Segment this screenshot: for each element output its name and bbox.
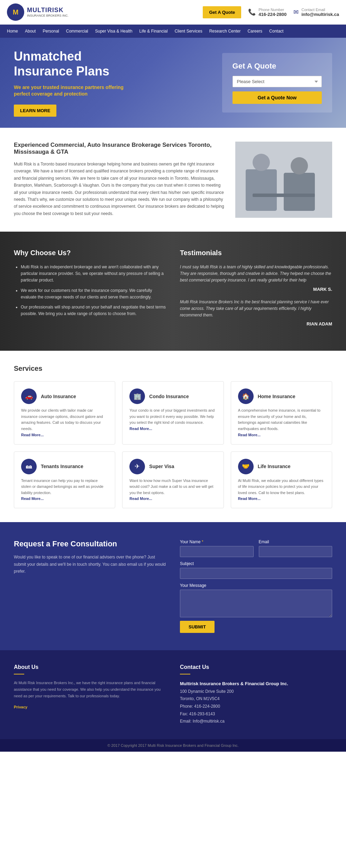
name-group: Your Name * <box>180 539 254 557</box>
message-textarea[interactable] <box>180 590 332 617</box>
phone-label: Phone Number <box>258 8 286 12</box>
service-card: 🚗 Auto Insurance We provide our clients … <box>14 381 115 444</box>
consultation-form: Your Name * Email Subject Your Message S… <box>180 539 332 633</box>
about-title: Experienced Commercial, Auto Insurance B… <box>14 142 225 155</box>
service-read-more-link[interactable]: Read More... <box>21 433 44 437</box>
service-icon: 🏢 <box>129 388 145 404</box>
service-desc: Tenant insurance can help you pay to rep… <box>21 478 108 496</box>
logo-name: MULTIRISK <box>27 7 69 14</box>
testimonial-item: I must say Multi Risk is a team of highl… <box>180 264 332 292</box>
quote-select[interactable]: Please SelectAuto InsuranceHome Insuranc… <box>233 76 322 87</box>
service-card: 🏢 Condo Insurance Your condo is one of y… <box>122 381 224 444</box>
nav-item-life-&-financial[interactable]: Life & Financial <box>136 25 171 38</box>
service-read-more-link[interactable]: Read More... <box>129 496 152 501</box>
nav-item-research-center[interactable]: Research Center <box>206 25 244 38</box>
service-title: Condo Insurance <box>149 394 189 399</box>
phone-number: 416-224-2800 <box>258 12 286 17</box>
nav-item-commercial[interactable]: Commercial <box>63 25 92 38</box>
email-icon: ✉ <box>293 8 299 16</box>
about-body: Multi Risk is a Toronto based insurance … <box>14 161 225 217</box>
service-title: Super Visa <box>149 464 174 469</box>
svg-rect-3 <box>284 173 315 211</box>
nav-item-personal[interactable]: Personal <box>39 25 62 38</box>
service-card: ✈ Super Visa Want to know how much Super… <box>122 451 224 509</box>
email-label: Contact Email <box>301 8 339 12</box>
email-form-label: Email <box>259 539 333 544</box>
about-image-placeholder <box>235 142 332 218</box>
consultation-section: Request a Free Consultation Would you li… <box>0 522 346 650</box>
service-header: 🏢 Condo Insurance <box>129 388 216 404</box>
service-read-more-link[interactable]: Read More... <box>129 427 152 431</box>
footer-about: About Us At Multi Risk Insurance Brokers… <box>14 664 166 725</box>
footer-email: Email: Info@multirisk.ca <box>180 718 332 725</box>
service-header: 🏠 Home Insurance <box>238 388 325 404</box>
hero-section: UnmatchedInsurance Plans We are your tru… <box>0 38 346 128</box>
testimonial-text: I must say Multi Risk is a team of highl… <box>180 264 332 284</box>
service-header: 🚗 Auto Insurance <box>21 388 108 404</box>
services-title: Services <box>14 365 332 373</box>
footer-bottom: © 2017 Copyright 2017 Multi Risk Insuran… <box>0 739 346 752</box>
service-header: ✈ Super Visa <box>129 459 216 474</box>
svg-rect-1 <box>246 169 277 211</box>
about-image <box>235 142 332 218</box>
service-desc: Your condo is one of your biggest invest… <box>129 408 216 426</box>
privacy-link[interactable]: Privacy <box>14 705 27 709</box>
service-read-more-link[interactable]: Read More... <box>21 496 44 501</box>
get-quote-button[interactable]: Get a Quote Now <box>233 91 322 104</box>
testimonials-title: Testimonials <box>180 249 332 257</box>
logo-icon: M <box>7 3 24 21</box>
consultation-desc: Would you like to speak to one of our fi… <box>14 554 166 575</box>
about-text: Experienced Commercial, Auto Insurance B… <box>14 142 225 218</box>
why-point: Multi Risk is an independent brokerage a… <box>21 264 166 284</box>
services-section: Services 🚗 Auto Insurance We provide our… <box>0 351 346 522</box>
why-list: Multi Risk is an independent brokerage a… <box>14 264 166 317</box>
header-get-quote-button[interactable]: Get A Quote <box>203 6 241 18</box>
service-icon: 🏠 <box>238 388 254 404</box>
footer-company: Multirisk Insurance Brokers & Financial … <box>180 681 288 686</box>
service-icon: 🤝 <box>238 459 254 474</box>
nav-item-home[interactable]: Home <box>3 25 21 38</box>
hero-left: UnmatchedInsurance Plans We are your tru… <box>14 49 222 117</box>
service-card: 🤝 Life Insurance At Multi Risk, we educa… <box>231 451 332 509</box>
testimonial-text: Multi Risk Insurance Brokers Inc is the … <box>180 299 332 319</box>
email-input[interactable] <box>259 546 333 557</box>
name-email-row: Your Name * Email <box>180 539 332 557</box>
nav-item-super-visa-&-health[interactable]: Super Visa & Health <box>92 25 136 38</box>
nav-item-careers[interactable]: Careers <box>244 25 266 38</box>
footer-phone: Phone: 416-224-2800 <box>180 703 332 710</box>
subject-input[interactable] <box>180 568 332 579</box>
service-card: 🏠 Home Insurance A comprehensive home in… <box>231 381 332 444</box>
service-desc: At Multi Risk, we educate you about diff… <box>238 478 325 496</box>
logo[interactable]: M MULTIRISK INSURANCE BROKERS INC. <box>7 3 196 21</box>
name-input[interactable] <box>180 546 254 557</box>
service-header: 🤝 Life Insurance <box>238 459 325 474</box>
svg-point-4 <box>291 157 308 175</box>
footer-divider-about <box>14 674 24 674</box>
footer-about-text: At Multi Risk Insurance Brokers Inc., we… <box>14 680 166 699</box>
phone-contact: 📞 Phone Number 416-224-2800 <box>248 8 286 17</box>
learn-more-button[interactable]: LEARN MORE <box>14 105 56 117</box>
service-title: Home Insurance <box>258 394 295 399</box>
service-title: Tenants Insurance <box>41 464 83 469</box>
why-title: Why Choose Us? <box>14 249 166 257</box>
quote-box-title: Get A Quote <box>233 62 322 71</box>
logo-sub: INSURANCE BROKERS INC. <box>27 14 69 17</box>
footer-contact-title: Contact Us <box>180 664 332 670</box>
nav-item-client-services[interactable]: Client Services <box>171 25 206 38</box>
testimonial-author: MARK S. <box>180 287 332 292</box>
service-read-more-link[interactable]: Read More... <box>238 496 261 501</box>
copyright-text: © 2017 Copyright 2017 Multi Risk Insuran… <box>107 743 238 748</box>
footer-contact: Contact Us Multirisk Insurance Brokers &… <box>180 664 332 725</box>
footer-address: 100 Dynamic Drive Suite 200Toronto, ON M… <box>180 688 332 703</box>
service-icon: 🚗 <box>21 388 37 404</box>
message-group: Your Message <box>180 583 332 617</box>
service-read-more-link[interactable]: Read More... <box>238 433 261 437</box>
testimonials: Testimonials I must say Multi Risk is a … <box>180 249 332 333</box>
footer-divider-contact <box>180 674 190 674</box>
submit-button[interactable]: SUBMIT <box>180 621 215 633</box>
message-label: Your Message <box>180 583 332 588</box>
nav-item-contact[interactable]: Contact <box>266 25 287 38</box>
nav-item-about[interactable]: About <box>21 25 39 38</box>
email-group: Email <box>259 539 333 557</box>
footer-about-title: About Us <box>14 664 166 670</box>
